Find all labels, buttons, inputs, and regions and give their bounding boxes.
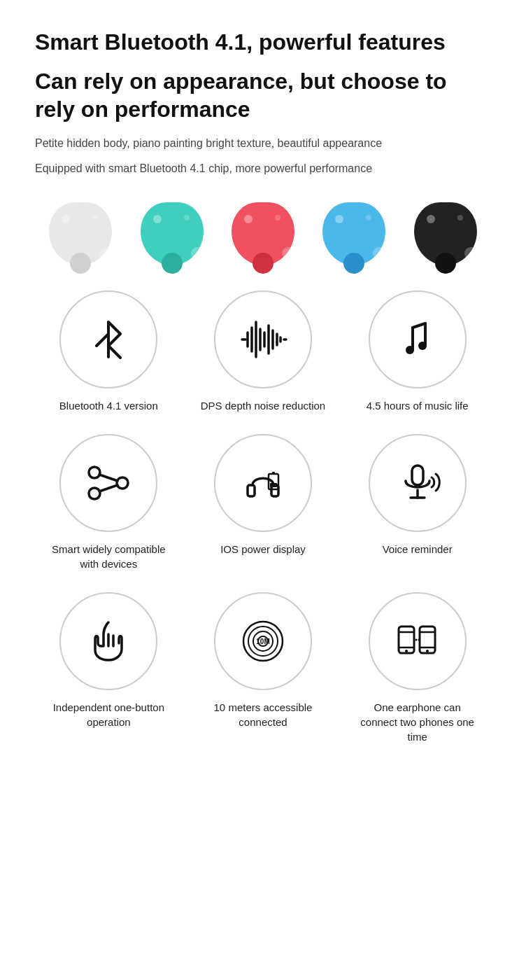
feature-label-bluetooth: Bluetooth 4.1 version [59,398,158,413]
feature-label-compatible: Smart widely compatible with devices [45,542,171,571]
feature-label-noise: DPS depth noise reduction [201,398,325,413]
desc2: Equipped with smart Bluetooth 4.1 chip, … [35,160,491,178]
svg-rect-24 [272,472,275,475]
svg-point-18 [117,477,128,489]
svg-point-39 [405,650,408,652]
feature-noise: DPS depth noise reduction [190,290,337,413]
svg-point-43 [426,650,429,652]
feature-label-range: 10 meters accessible connected [200,700,326,729]
earbud-blue [322,202,385,265]
waveform-icon [239,315,287,364]
feature-circle-bluetooth [59,290,157,388]
earbud-red [232,202,294,265]
feature-circle-voice [369,434,467,532]
svg-point-44 [415,639,417,641]
10m-icon: 10M [239,617,287,666]
features-grid: Bluetooth 4.1 version DPS [35,290,491,744]
bluetooth-icon [84,315,133,364]
sub-headline: Can rely on appearance, but choose to re… [35,67,491,123]
feature-label-ios: IOS power display [220,542,306,556]
earbud-teal [141,202,204,265]
svg-point-16 [89,488,100,499]
feature-bluetooth: Bluetooth 4.1 version [35,290,183,413]
feature-circle-button [59,592,157,690]
desc1: Petite hidden body, piano painting brigh… [35,134,491,153]
svg-point-14 [406,346,414,354]
svg-line-13 [413,323,425,328]
main-headline: Smart Bluetooth 4.1, powerful features [35,28,491,56]
battery-icon [239,458,287,507]
feature-ios: IOS power display [190,434,337,571]
svg-rect-36 [399,626,414,653]
feature-circle-compatible [59,434,157,532]
feature-compatible: Smart widely compatible with devices [35,434,183,571]
svg-point-45 [418,639,420,641]
svg-line-20 [99,485,118,491]
feature-label-voice: Voice reminder [383,542,453,556]
touch-icon [84,617,133,666]
feature-button: Independent one-button operation [35,592,183,744]
feature-circle-music [369,290,467,388]
feature-circle-connect [369,592,467,690]
svg-rect-25 [270,483,277,487]
svg-text:10M: 10M [256,638,269,645]
feature-circle-ios [214,434,312,532]
earbud-black [414,202,477,265]
feature-music: 4.5 hours of music life [343,290,491,413]
feature-range: 10M 10 meters accessible connected [190,592,337,744]
svg-rect-21 [248,485,255,496]
svg-point-15 [418,342,427,350]
feature-label-button: Independent one-button operation [45,700,171,729]
svg-rect-26 [412,465,423,485]
earbud-white [49,202,112,265]
svg-point-17 [89,467,100,478]
page-wrapper: Smart Bluetooth 4.1, powerful features C… [0,0,526,772]
feature-label-connect: One earphone can connect two phones one … [355,700,481,744]
svg-line-19 [99,475,118,481]
earbuds-row [35,202,491,265]
music-icon [393,315,442,364]
feature-label-music: 4.5 hours of music life [367,398,469,413]
feature-connect: One earphone can connect two phones one … [343,592,491,744]
feature-voice: Voice reminder [343,434,491,571]
share-icon [84,458,133,507]
svg-rect-40 [420,626,435,653]
header-section: Smart Bluetooth 4.1, powerful features C… [35,28,491,177]
phones-icon [393,617,442,666]
microphone-icon [393,458,442,507]
feature-circle-noise [214,290,312,388]
feature-circle-range: 10M [214,592,312,690]
